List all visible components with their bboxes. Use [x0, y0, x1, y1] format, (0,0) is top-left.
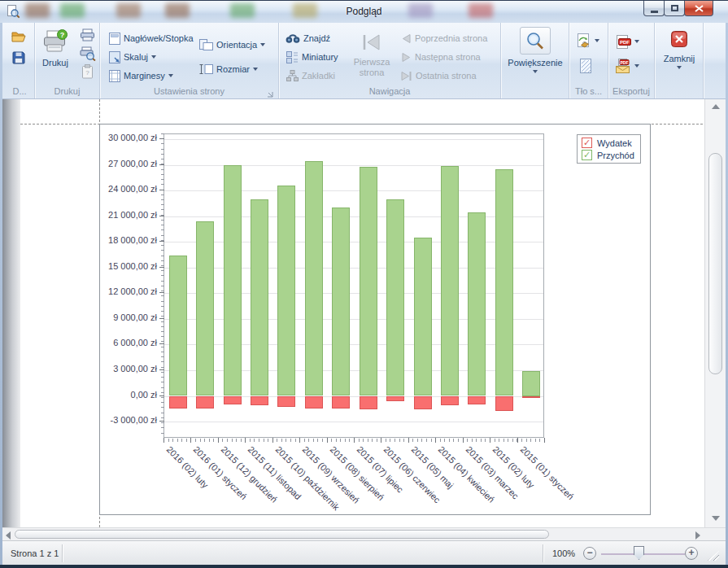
y-axis-tick-label: 9 000,00 zł	[100, 312, 157, 322]
x-axis-major-tick	[272, 438, 273, 443]
minimize-button[interactable]	[643, 1, 665, 16]
y-axis-minor-ticks	[161, 133, 164, 438]
gridline	[164, 165, 543, 166]
y-axis-major-tick	[159, 190, 164, 190]
open-button[interactable]	[11, 29, 26, 44]
orientation-button[interactable]: Orientacja	[199, 37, 265, 52]
y-axis-tick-label: 12 000,00 zł	[100, 286, 157, 296]
watermark-button[interactable]	[580, 59, 591, 73]
next-page-button: Następna strona	[401, 50, 481, 64]
bar-wydatek	[414, 396, 432, 409]
y-axis-tick-label: 6 000,00 zł	[100, 338, 157, 347]
scale-label: Skaluj	[124, 52, 148, 62]
vertical-scrollbar-thumb[interactable]	[708, 153, 722, 374]
zoom-in-button[interactable]: +	[685, 547, 698, 560]
x-axis-major-tick	[544, 438, 545, 443]
legend-item: ✓Przychód	[582, 150, 634, 160]
chart-legend: ✓Wydatek✓Przychód	[577, 134, 641, 164]
previous-page-icon	[401, 33, 412, 44]
horizontal-scrollbar[interactable]	[2, 527, 726, 540]
zoom-slider-thumb[interactable]	[634, 546, 644, 560]
bar-wydatek	[386, 396, 404, 402]
export-pdf-button[interactable]: PDF	[617, 34, 639, 49]
zoom-out-button[interactable]: −	[583, 547, 596, 560]
svg-text:?: ?	[60, 31, 65, 39]
svg-text:PDF: PDF	[621, 60, 629, 65]
orientation-icon	[199, 39, 213, 50]
pdf-email-icon: PDF	[616, 59, 631, 73]
find-button[interactable]: Znajdź	[286, 31, 330, 46]
scroll-right-arrow[interactable]	[695, 531, 700, 540]
page-color-button[interactable]	[576, 33, 599, 48]
zoom-button[interactable]: Powiększenie	[504, 27, 566, 73]
print-options-button[interactable]	[80, 46, 96, 61]
preview-area: ✓Wydatek✓Przychód 30 000,00 zł27 000,00 …	[2, 99, 726, 527]
y-axis-major-tick	[159, 292, 164, 293]
y-axis-major-tick	[159, 241, 164, 242]
bar-przychod	[360, 167, 377, 396]
gridline	[164, 344, 543, 345]
save-icon	[12, 51, 25, 64]
bar-wydatek	[251, 396, 268, 405]
ribbon-group-export: PDF PDF Eksportuj	[608, 23, 655, 98]
print-button[interactable]: ? Drukuj	[39, 25, 72, 68]
scroll-down-arrow[interactable]	[712, 516, 720, 521]
bar-przychod	[169, 256, 187, 395]
bar-przychod	[441, 166, 459, 396]
thumbnails-label: Miniatury	[302, 52, 338, 62]
gridline	[164, 422, 543, 422]
orientation-label: Orientacja	[216, 40, 257, 50]
next-page-label: Następna strona	[415, 52, 481, 62]
bar-wydatek	[441, 396, 459, 406]
bar-wydatek	[169, 396, 187, 409]
x-axis-major-tick	[245, 438, 246, 443]
size-button[interactable]: Rozmiar	[199, 62, 258, 76]
gridline	[164, 293, 543, 294]
x-axis-major-tick	[327, 438, 328, 443]
thumbnails-icon	[286, 51, 299, 63]
vertical-scrollbar[interactable]	[704, 99, 726, 527]
save-button[interactable]	[12, 50, 25, 65]
scale-icon	[109, 51, 120, 63]
scroll-up-arrow[interactable]	[712, 104, 720, 109]
chevron-down-icon	[677, 66, 682, 69]
quick-print-button[interactable]	[80, 28, 95, 42]
x-axis-major-tick	[463, 438, 464, 443]
margins-button[interactable]: Marginesy	[109, 68, 173, 83]
x-axis-major-tick	[354, 438, 355, 443]
legend-checkbox: ✓	[582, 138, 592, 148]
first-page-icon	[360, 28, 383, 57]
gridline	[164, 268, 543, 269]
y-axis-tick-label: 3 000,00 zł	[100, 364, 157, 374]
chevron-down-icon	[595, 39, 599, 42]
title-bar[interactable]: Podgląd	[0, 0, 728, 23]
bookmarks-label: Zakładki	[302, 71, 335, 81]
ribbon-group-print: ? Drukuj	[35, 23, 100, 98]
close-button[interactable]	[684, 1, 713, 16]
printer-magnifier-icon	[80, 46, 96, 61]
resize-grip[interactable]	[708, 551, 719, 561]
y-axis-major-tick	[159, 216, 164, 216]
bar-przychod	[196, 221, 214, 395]
group-label-page-background: Tło s...	[569, 86, 608, 96]
bar-przychod	[386, 199, 404, 396]
maximize-icon	[671, 5, 678, 11]
header-footer-button[interactable]: Nagłówek/Stopka	[109, 31, 194, 46]
scroll-left-arrow[interactable]	[6, 531, 11, 540]
horizontal-scrollbar-thumb[interactable]	[15, 530, 549, 539]
print-button-label: Drukuj	[42, 58, 68, 68]
y-axis-major-tick	[159, 318, 164, 319]
clipboard-icon: ?	[81, 64, 94, 79]
x-axis-major-tick	[299, 438, 300, 443]
scale-button[interactable]: Skaluj	[109, 50, 156, 64]
ribbon-group-zoom: Powiększenie	[501, 23, 569, 98]
maximize-button[interactable]	[664, 1, 685, 16]
chart-plot-area	[163, 133, 544, 438]
status-divider	[62, 544, 63, 562]
thumbnails-button[interactable]: Miniatury	[286, 50, 338, 64]
group-label-page-setup: Ustawienia strony	[100, 86, 278, 96]
send-pdf-button[interactable]: PDF	[616, 59, 639, 73]
bar-wydatek	[277, 396, 295, 408]
gridline	[164, 190, 543, 191]
close-preview-button[interactable]: Zamknij	[661, 28, 697, 69]
